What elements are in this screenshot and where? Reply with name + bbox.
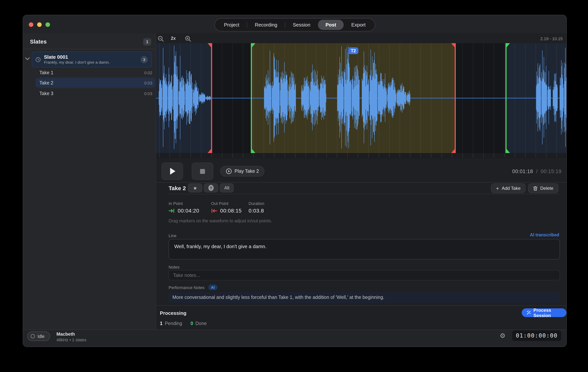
take-separator xyxy=(39,88,155,88)
status-state: Idle xyxy=(38,334,44,339)
in-point-value: 00:04:20 xyxy=(168,207,199,214)
waveform-canvas xyxy=(156,43,567,158)
play-circle-icon xyxy=(226,168,232,174)
time-separator: / xyxy=(536,169,538,174)
mode-tabs: Project Recording Session Post Export xyxy=(214,18,375,31)
chevron-down-icon[interactable] xyxy=(25,57,30,61)
section-divider xyxy=(156,305,567,306)
trash-icon xyxy=(533,186,538,191)
out-point-label: Out Point xyxy=(211,201,229,206)
take-name: Take 1 xyxy=(39,70,53,75)
process-session-button[interactable]: Process Session xyxy=(522,308,567,317)
alt-take-button[interactable]: Alt xyxy=(220,183,234,192)
star-take-button[interactable]: ★ xyxy=(188,183,202,192)
pending-label: Pending xyxy=(165,321,182,326)
question-icon: ? xyxy=(208,185,214,191)
performance-notes-label: Performance Notes xyxy=(168,285,205,290)
waveform-panel[interactable]: T2 xyxy=(156,43,567,158)
out-point-icon xyxy=(211,208,217,213)
play-button[interactable] xyxy=(161,163,183,180)
tab-recording[interactable]: Recording xyxy=(247,20,285,30)
zoom-level-label: 2x xyxy=(171,36,176,41)
play-icon xyxy=(170,168,175,175)
star-icon: ★ xyxy=(193,185,197,191)
project-meta: 48kHz • 1 slates xyxy=(56,338,86,342)
in-point-time: 00:04:20 xyxy=(178,207,199,214)
processing-title: Processing xyxy=(160,310,186,316)
done-count: 0 xyxy=(190,321,193,326)
take-list-item-selected[interactable]: Take 2 0:03 xyxy=(36,78,155,87)
out-point-time: 00:08:15 xyxy=(220,207,242,214)
process-session-label: Process Session xyxy=(534,307,562,318)
zoom-out-button[interactable] xyxy=(157,35,164,42)
slate-name: Slate 0001 xyxy=(44,54,141,60)
zoom-in-button[interactable] xyxy=(185,35,191,42)
slate-line-preview: Frankly, my dear, I don't give a damn. xyxy=(44,60,141,65)
take-title: Take 2 xyxy=(168,185,186,191)
delete-label: Delete xyxy=(540,186,553,191)
status-pill: Idle xyxy=(27,331,50,341)
take-name: Take 2 xyxy=(39,80,53,85)
pending-count: 1 xyxy=(160,321,163,326)
notes-input[interactable] xyxy=(168,270,560,280)
app-window: Project Recording Session Post Export Sl… xyxy=(23,15,567,347)
done-label: Done xyxy=(196,321,207,326)
in-marker-take3[interactable] xyxy=(505,43,506,153)
add-take-button[interactable]: + Add Take xyxy=(491,183,525,193)
close-window-button[interactable] xyxy=(29,22,33,27)
screen: Project Recording Session Post Export Sl… xyxy=(0,0,588,372)
play-take-button[interactable]: Play Take 2 xyxy=(220,166,265,176)
minimize-window-button[interactable] xyxy=(37,22,42,27)
performance-notes-value: More conversational and slightly less fo… xyxy=(168,292,560,303)
sidebar-header-divider xyxy=(23,49,156,49)
sidebar-title: Slates xyxy=(30,38,47,45)
take-duration: 0:02 xyxy=(144,70,152,75)
take-duration: 0:03 xyxy=(144,81,152,85)
slates-sidebar xyxy=(23,33,156,330)
zoom-window-button[interactable] xyxy=(45,22,50,27)
tab-export[interactable]: Export xyxy=(344,20,373,30)
out-marker-take1[interactable] xyxy=(211,43,212,153)
ai-badge: AI xyxy=(208,285,217,290)
ai-transcribed-badge: AI transcribed xyxy=(530,233,559,237)
plus-icon: + xyxy=(496,185,499,191)
line-textarea[interactable]: Well, frankly, my dear, I don't give a d… xyxy=(168,239,560,259)
visible-range-label: 2.19 - 10.15 xyxy=(540,36,563,41)
total-time: 00:15:19 xyxy=(541,169,561,174)
stop-icon xyxy=(200,169,205,174)
out-marker-take2[interactable] xyxy=(455,43,456,153)
section-divider xyxy=(156,182,567,183)
add-take-label: Add Take xyxy=(502,186,521,191)
take-list-item[interactable]: Take 3 0:03 xyxy=(36,89,155,98)
in-point-label: In Point xyxy=(168,201,183,206)
slate-take-count-badge: 3 xyxy=(141,56,148,63)
take-region-label: T2 xyxy=(348,47,359,54)
clock-icon xyxy=(35,57,41,62)
in-point-icon xyxy=(168,208,175,213)
tab-post[interactable]: Post xyxy=(318,20,344,30)
in-marker-take2[interactable] xyxy=(251,43,252,153)
take-list-item[interactable]: Take 1 0:02 xyxy=(36,68,155,77)
line-label: Line xyxy=(168,233,177,238)
notes-label: Notes xyxy=(168,265,179,269)
help-take-button[interactable]: ? xyxy=(204,183,218,192)
transport-times: 00:01:18/00:15:19 xyxy=(512,169,561,174)
slate-item[interactable]: Slate 0001 Frankly, my dear, I don't giv… xyxy=(32,52,152,67)
slate-count-badge: 1 xyxy=(143,38,151,45)
elapsed-time: 00:01:18 xyxy=(512,169,533,174)
tab-project[interactable]: Project xyxy=(216,20,247,30)
timecode-display: 01:00:00:00 xyxy=(512,330,561,341)
take-name: Take 3 xyxy=(39,91,53,96)
tab-session[interactable]: Session xyxy=(285,20,318,30)
take-header-divider xyxy=(168,194,560,194)
gear-icon[interactable]: ⚙ xyxy=(500,333,506,339)
status-circle-icon xyxy=(31,334,35,338)
processing-counts: 1 Pending 0 Done xyxy=(160,321,207,326)
duration-value: 0:03.8 xyxy=(249,207,264,214)
out-point-value: 00:08:15 xyxy=(211,207,242,214)
statusbar-divider xyxy=(23,330,567,330)
delete-take-button[interactable]: Delete xyxy=(528,183,558,193)
magic-wand-icon xyxy=(526,310,531,315)
take-duration: 0:03 xyxy=(144,91,152,96)
stop-button[interactable] xyxy=(192,163,213,180)
